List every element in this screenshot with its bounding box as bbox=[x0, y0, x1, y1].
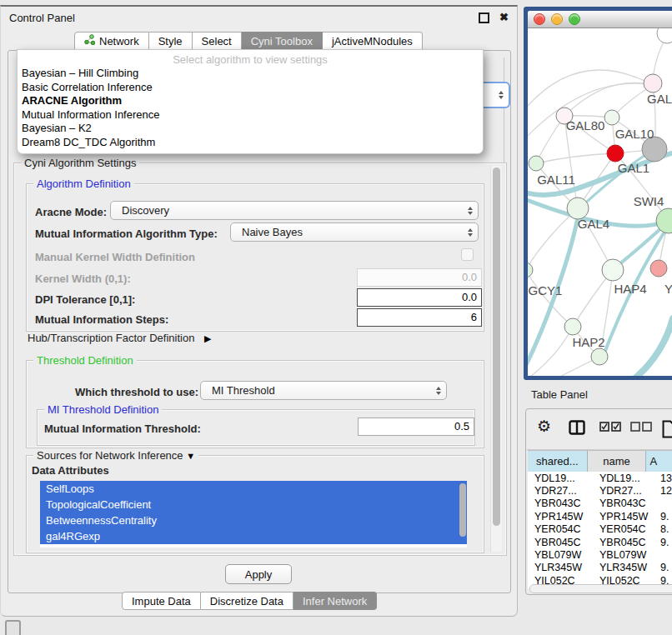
dpi-tolerance-field[interactable]: 0.0 bbox=[357, 288, 482, 307]
network-icon bbox=[84, 32, 95, 50]
threshold-definition-title: Threshold Definition bbox=[33, 354, 137, 367]
traffic-light-close-icon[interactable] bbox=[534, 13, 545, 25]
network-edge[interactable] bbox=[528, 70, 653, 112]
hub-definition-toggle[interactable]: Hub/Transcription Factor Definition ▶ bbox=[28, 332, 211, 344]
node-gal11[interactable] bbox=[529, 156, 544, 171]
split-columns-icon[interactable] bbox=[569, 420, 585, 438]
tab-style[interactable]: Style bbox=[149, 32, 193, 51]
table-cell: YER054C bbox=[593, 523, 657, 535]
apply-button[interactable]: Apply bbox=[225, 564, 292, 584]
network-edge[interactable] bbox=[528, 208, 578, 270]
attribute-item-selfloops[interactable]: SelfLoops bbox=[40, 481, 467, 497]
table-row[interactable]: YBL079WYBL079W bbox=[528, 548, 672, 561]
settings-group-title: Cyni Algorithm Settings bbox=[21, 157, 139, 169]
table-panel-title: Table Panel bbox=[531, 388, 588, 401]
gear-icon[interactable]: ⚙ bbox=[537, 417, 551, 436]
attribute-item-topologicalcoefficient[interactable]: TopologicalCoefficient bbox=[40, 497, 467, 512]
node-gal-top[interactable] bbox=[644, 74, 662, 92]
dpi-tolerance-label: DPI Tolerance [0,1]: bbox=[35, 293, 135, 306]
dropdown-item-aracne-algorithm[interactable]: ARACNE Algorithm bbox=[18, 94, 483, 108]
table-cell: YBR045C bbox=[528, 537, 593, 548]
node-bottom[interactable] bbox=[591, 348, 608, 365]
node-label-hap2: HAP2 bbox=[572, 335, 604, 349]
mi-type-select[interactable]: Naive Bayes bbox=[230, 222, 479, 242]
attribute-item-betweennesscentrality[interactable]: BetweennessCentrality bbox=[40, 512, 467, 528]
column-header-a[interactable]: A bbox=[646, 451, 672, 472]
tab-cyni-toolbox[interactable]: Cyni Toolbox bbox=[242, 32, 323, 51]
traffic-light-minimize-icon[interactable] bbox=[551, 13, 563, 25]
mi-steps-field[interactable]: 6 bbox=[357, 308, 482, 327]
mi-type-value: Naive Bayes bbox=[242, 226, 303, 238]
algorithm-definition-title: Algorithm Definition bbox=[33, 178, 134, 190]
node-gcy1[interactable] bbox=[528, 262, 533, 278]
column-header-shared[interactable]: shared... bbox=[528, 451, 588, 472]
table-row[interactable]: YLR345WYLR345W9. bbox=[528, 562, 672, 574]
dropdown-item-basic-correlation-inference[interactable]: Basic Correlation Inference bbox=[18, 81, 483, 95]
network-edge[interactable] bbox=[528, 357, 599, 376]
table-row[interactable]: YPR145WYPR145W9. bbox=[528, 510, 672, 522]
table-row[interactable]: YBR045CYBR045C9. bbox=[528, 536, 672, 548]
dropdown-item-dream8-dc-tdc-algorithm[interactable]: Dream8 DC_TDC Algorithm bbox=[18, 136, 483, 150]
data-attributes-label: Data Attributes bbox=[32, 464, 109, 477]
mi-threshold-label: Mutual Information Threshold: bbox=[44, 422, 201, 435]
tab-impute-data[interactable]: Impute Data bbox=[122, 592, 201, 610]
column-header-name[interactable]: name bbox=[588, 451, 647, 472]
table-cell: 9. bbox=[657, 511, 672, 522]
traffic-light-zoom-icon[interactable] bbox=[569, 13, 580, 25]
dropdown-item-bayesian-hill-climbing[interactable]: Bayesian – Hill Climbing bbox=[18, 67, 483, 81]
table-cell: YBR045C bbox=[593, 537, 657, 548]
table-row[interactable]: YDL19...YDL19...13 bbox=[528, 472, 672, 484]
table-cell: 9. bbox=[657, 537, 672, 548]
data-attributes-list: SelfLoopsTopologicalCoefficientBetweenne… bbox=[40, 481, 467, 548]
which-threshold-select[interactable]: MI Threshold bbox=[200, 381, 447, 400]
float-window-icon[interactable] bbox=[479, 12, 489, 23]
node-label-gal4: GAL4 bbox=[578, 217, 609, 231]
network-edge[interactable] bbox=[528, 270, 573, 327]
node-salmon[interactable] bbox=[650, 260, 667, 277]
tab-network[interactable]: Network bbox=[74, 32, 149, 51]
tab-jactivemnodules[interactable]: jActiveMNodules bbox=[323, 32, 423, 51]
attribute-item-gal4rgexp[interactable]: gal4RGexp bbox=[40, 528, 467, 544]
mi-threshold-field[interactable]: 0.5 bbox=[358, 418, 474, 436]
minimized-panel-icon[interactable] bbox=[5, 620, 21, 635]
tab-select[interactable]: Select bbox=[193, 32, 242, 51]
node-hap4[interactable] bbox=[602, 259, 624, 281]
tab-discretize-data[interactable]: Discretize Data bbox=[201, 592, 293, 610]
dropdown-item-bayesian-k2[interactable]: Bayesian – K2 bbox=[18, 122, 483, 136]
new-file-icon[interactable] bbox=[662, 420, 672, 442]
table-cell: YLR345W bbox=[528, 562, 593, 573]
node-hap2[interactable] bbox=[564, 318, 581, 335]
manual-kernel-checkbox[interactable] bbox=[461, 248, 474, 261]
attributes-scrollbar-thumb[interactable] bbox=[459, 483, 466, 537]
settings-scrollbar-thumb[interactable] bbox=[493, 168, 500, 526]
settings-scrollbar[interactable] bbox=[490, 166, 502, 552]
network-edge[interactable] bbox=[536, 153, 615, 163]
table-cell: YLR345W bbox=[593, 562, 657, 573]
which-threshold-value: MI Threshold bbox=[212, 384, 275, 397]
node-gal1[interactable] bbox=[607, 145, 624, 162]
tab-label: Network bbox=[99, 32, 139, 50]
table-horizontal-scrollbar[interactable] bbox=[529, 584, 672, 593]
control-panel-titlebar: Control Panel ✖ bbox=[1, 7, 517, 28]
node-top-arc[interactable] bbox=[657, 28, 672, 43]
table-cell: YDL19... bbox=[593, 472, 657, 484]
dropdown-item-mutual-information-inference[interactable]: Mutual Information Inference bbox=[18, 108, 483, 122]
checkbox-unchecked-pair-icon[interactable] bbox=[630, 420, 652, 435]
kernel-width-label: Kernel Width (0,1): bbox=[35, 272, 131, 285]
manual-kernel-label: Manual Kernel Width Definition bbox=[35, 251, 195, 263]
network-canvas[interactable]: GALGAL80GAL10GAL1GAL11SWI4GAL4GCY1HAP4YH… bbox=[528, 28, 672, 376]
tab-label: Style bbox=[158, 32, 183, 50]
table-cell: YBR043C bbox=[528, 498, 593, 509]
kernel-width-field[interactable]: 0.0 bbox=[357, 268, 482, 287]
tab-infer-network[interactable]: Infer Network bbox=[293, 592, 377, 610]
sources-title[interactable]: Sources for Network Inference ▼ bbox=[33, 449, 198, 462]
aracne-mode-select[interactable]: Discovery bbox=[110, 201, 479, 220]
checkbox-checked-pair-icon[interactable] bbox=[599, 420, 621, 435]
table-row[interactable]: YER054CYER054C8. bbox=[528, 523, 672, 536]
table-toolbar: ⚙ bbox=[526, 409, 672, 450]
table-row[interactable]: YDR27...YDR27...12 bbox=[528, 484, 672, 497]
table-row[interactable]: YBR043CYBR043C bbox=[528, 498, 672, 510]
close-icon[interactable]: ✖ bbox=[499, 12, 509, 22]
node-gal10[interactable] bbox=[604, 110, 619, 125]
tab-label: Cyni Toolbox bbox=[251, 32, 313, 50]
